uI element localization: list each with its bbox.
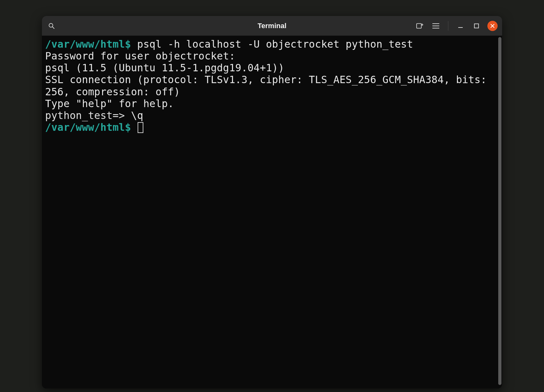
terminal-line: Type "help" for help. bbox=[45, 98, 500, 110]
new-tab-icon[interactable] bbox=[415, 21, 425, 31]
scrollbar[interactable] bbox=[498, 37, 501, 385]
terminal-line: /var/www/html$ psql -h localhost -U obje… bbox=[45, 38, 500, 50]
terminal-line: Password for user objectrocket: bbox=[45, 50, 500, 62]
psql-prompt: python_test=> bbox=[45, 110, 125, 121]
svg-rect-9 bbox=[475, 24, 479, 28]
cursor bbox=[138, 122, 143, 133]
shell-command: psql -h localhost -U objectrocket python… bbox=[131, 38, 413, 50]
maximize-button[interactable] bbox=[471, 21, 482, 31]
minimize-button[interactable] bbox=[455, 21, 466, 31]
svg-line-1 bbox=[52, 27, 54, 28]
shell-prompt-path: /var/www/html bbox=[45, 38, 125, 50]
shell-prompt-dollar: $ bbox=[125, 38, 131, 50]
svg-rect-2 bbox=[417, 23, 421, 28]
terminal-line: /var/www/html$ bbox=[45, 122, 500, 133]
terminal-body[interactable]: /var/www/html$ psql -h localhost -U obje… bbox=[42, 36, 502, 388]
terminal-line: SSL connection (protocol: TLSv1.3, ciphe… bbox=[45, 74, 500, 98]
hamburger-menu-icon[interactable] bbox=[431, 21, 441, 31]
terminal-output: /var/www/html$ psql -h localhost -U obje… bbox=[45, 38, 500, 133]
terminal-window: Terminal bbox=[42, 16, 502, 388]
window-title: Terminal bbox=[258, 22, 286, 30]
titlebar-separator bbox=[448, 21, 448, 31]
close-button[interactable] bbox=[487, 21, 498, 31]
shell-prompt-dollar: $ bbox=[125, 122, 131, 133]
titlebar: Terminal bbox=[42, 16, 502, 36]
psql-command: \q bbox=[125, 110, 143, 121]
shell-prompt-path: /var/www/html bbox=[45, 122, 125, 133]
terminal-line: psql (11.5 (Ubuntu 11.5-1.pgdg19.04+1)) bbox=[45, 62, 500, 74]
terminal-line: python_test=> \q bbox=[45, 110, 500, 122]
search-icon[interactable] bbox=[46, 21, 57, 31]
